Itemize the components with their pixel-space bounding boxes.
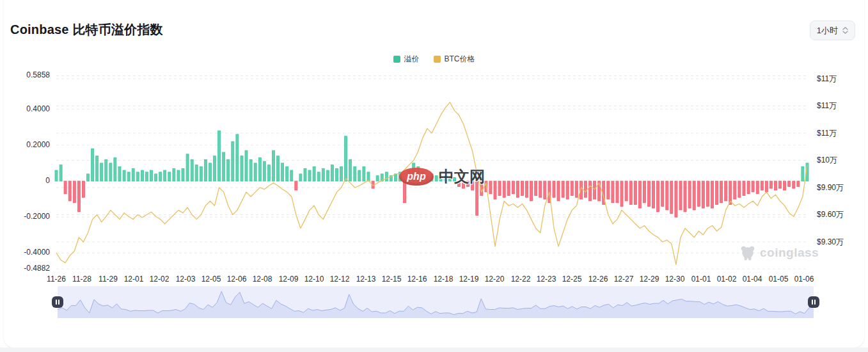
navigator[interactable] [58, 286, 814, 318]
page-bottom-strip [0, 348, 868, 352]
y-axis-right-tick: $11万 [817, 74, 837, 84]
coinglass-watermark: coinglass [739, 244, 819, 261]
navigator-right-handle[interactable] [808, 296, 819, 308]
y-axis-right-tick: $9.30万 [817, 237, 844, 248]
x-axis-tick: 01-06 [789, 275, 819, 284]
y-axis-right-tick: $11万 [817, 100, 837, 111]
coinglass-bear-icon [739, 244, 756, 261]
y-axis-left-tick: 0.2000 [5, 140, 50, 149]
y-axis-left-tick: 0.4000 [5, 104, 50, 113]
y-axis-right-tick: $9.90万 [817, 182, 844, 193]
y-axis-left-tick: 0.5858 [5, 70, 50, 79]
y-axis-left-tick: -0.4000 [5, 248, 50, 257]
y-axis-right-tick: $9.60万 [817, 209, 844, 220]
coinglass-watermark-text: coinglass [760, 246, 819, 260]
y-axis-left-tick: 0 [5, 176, 50, 185]
navigator-area-chart [58, 286, 814, 318]
y-axis-left-tick: -0.4882 [5, 264, 50, 273]
php-watermark-text: 中文网 [439, 166, 485, 187]
y-axis-right-tick: $10万 [817, 155, 837, 166]
php-logo-icon: php [399, 168, 434, 186]
navigator-left-handle[interactable] [52, 296, 63, 308]
y-axis-right-tick: $11万 [817, 128, 837, 139]
php-watermark: php 中文网 [399, 166, 485, 187]
y-axis-left-tick: -0.2000 [5, 212, 50, 221]
